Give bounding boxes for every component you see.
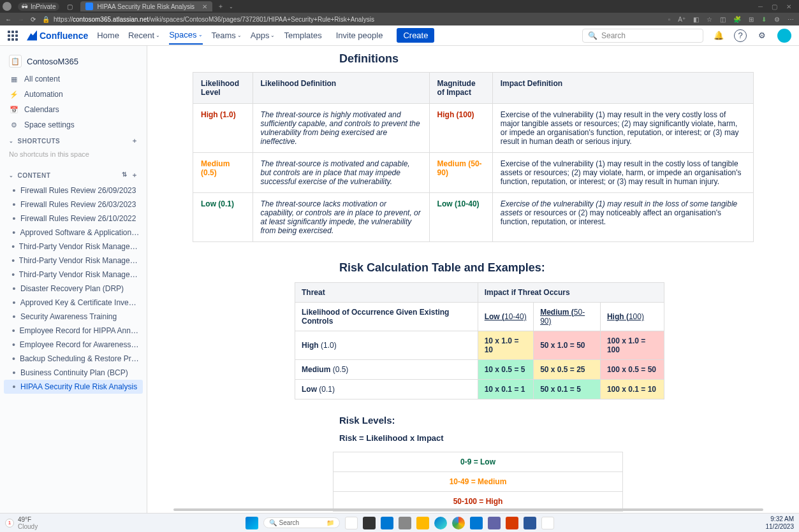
horizontal-scrollbar[interactable] <box>173 508 763 511</box>
tree-item-label: Employee Record for Awareness Training <box>20 340 140 349</box>
tree-item[interactable]: •Backup Scheduling & Restore Procedure <box>4 352 143 366</box>
taskbar-app-icon[interactable] <box>541 517 554 529</box>
table-row: High (1.0)10 x 1.0 = 1050 x 1.0 = 50100 … <box>295 331 664 360</box>
add-page-icon[interactable]: ＋ <box>131 171 138 180</box>
bullet-icon: • <box>11 256 15 265</box>
sidebar-item[interactable]: 📅Calendars <box>4 102 143 117</box>
settings-icon[interactable]: ⚙ <box>756 29 768 42</box>
content-section[interactable]: ⌄CONTENT ⇅＋ <box>4 167 143 183</box>
taskbar-app-icon[interactable] <box>416 517 429 529</box>
sidebar-item-icon: 📅 <box>9 106 19 114</box>
more-icon[interactable]: ⋯ <box>788 16 794 23</box>
sidebar-item[interactable]: ▦All content <box>4 71 143 87</box>
tree-item-label: Third-Party Vendor Risk Management - 27/… <box>19 242 140 251</box>
bullet-icon: • <box>11 270 15 279</box>
tree-item[interactable]: •Third-Party Vendor Risk Management - 27… <box>4 268 143 282</box>
tree-item[interactable]: •Business Continuity Plan (BCP) <box>4 366 143 380</box>
tree-item[interactable]: •Third-Party Vendor Risk Management - 27… <box>4 240 143 254</box>
user-avatar[interactable] <box>777 29 791 43</box>
maximize-icon[interactable]: ▢ <box>772 3 777 10</box>
bullet-icon: • <box>11 200 17 209</box>
space-name-label: ContosoM365 <box>27 57 78 66</box>
definitions-heading: Definitions <box>339 52 754 66</box>
sidebar-toggle-icon[interactable]: ◧ <box>693 16 699 23</box>
favorite-icon[interactable]: ☆ <box>707 16 712 23</box>
risk-levels-heading: Risk Levels: <box>339 415 754 426</box>
edge-icon[interactable] <box>434 517 447 529</box>
taskbar-app-icon[interactable] <box>363 517 376 529</box>
sidebar-item[interactable]: ⚙Space settings <box>4 117 143 133</box>
weather-widget[interactable]: 1 49°FCloudy <box>5 516 38 530</box>
extensions-icon[interactable]: 🧩 <box>733 16 741 23</box>
tree-item[interactable]: •Employee Record for Awareness Training <box>4 338 143 352</box>
nav-teams[interactable]: Teams⌄ <box>212 27 242 44</box>
likelihood-def: The threat-source is motivated and capab… <box>253 153 429 193</box>
minimize-icon[interactable]: ─ <box>758 3 763 10</box>
tree-item[interactable]: •Approved Software & Applications List <box>4 226 143 240</box>
notifications-icon[interactable]: 🔔 <box>712 29 725 42</box>
close-tab-icon[interactable]: ✕ <box>202 3 207 10</box>
nav-templates[interactable]: Templates <box>284 27 321 44</box>
address-bar[interactable]: 🔒 https://contosom365.atlassian.net/wiki… <box>42 16 662 23</box>
downloads-icon[interactable]: ⬇ <box>761 16 766 23</box>
start-icon[interactable] <box>246 517 258 529</box>
system-tray[interactable]: 9:32 AM 11/2/2023 <box>766 515 795 531</box>
add-shortcut-icon[interactable]: ＋ <box>131 136 138 145</box>
tree-item[interactable]: •Security Awareness Training <box>4 310 143 324</box>
performance-icon[interactable]: ⚙ <box>774 16 780 23</box>
new-tab-button[interactable]: ＋ <box>217 2 224 11</box>
tree-item[interactable]: •Disaster Recovery Plan (DRP) <box>4 282 143 296</box>
space-header[interactable]: 📋 ContosoM365 <box>4 51 143 71</box>
tree-item[interactable]: •Firewall Rules Review 26/09/2023 <box>4 183 143 198</box>
taskbar-search[interactable]: 🔍Search📁 <box>263 517 340 528</box>
tree-item[interactable]: •Firewall Rules Review 26/10/2022 <box>4 212 143 226</box>
search-input[interactable]: 🔍Search <box>582 29 703 43</box>
shortcuts-empty: No shortcuts in this space <box>4 149 143 159</box>
taskbar-app-icon[interactable] <box>399 517 411 529</box>
refresh-icon[interactable]: ⟳ <box>31 16 36 23</box>
close-window-icon[interactable]: ✕ <box>786 3 791 10</box>
confluence-logo[interactable]: Confluence <box>27 31 88 41</box>
sidebar-item[interactable]: ⚡Automation <box>4 87 143 102</box>
collections-icon[interactable]: ⊞ <box>749 16 754 23</box>
tab-overflow-icon[interactable]: ⌄ <box>229 4 233 10</box>
temperature: 49°F <box>18 516 38 523</box>
risk-level-cell: 0-9 = Low <box>334 452 623 472</box>
nav-apps[interactable]: Apps⌄ <box>251 27 275 44</box>
tree-item[interactable]: •Approved Key & Certificate Inventory <box>4 296 143 310</box>
clock-time: 9:32 AM <box>770 515 794 523</box>
shortcuts-section[interactable]: ⌄SHORTCUTS ＋ <box>4 133 143 149</box>
nav-spaces[interactable]: Spaces⌄ <box>169 26 202 45</box>
calc-cell: 10 x 0.1 = 1 <box>478 380 533 399</box>
app-switcher-icon[interactable] <box>8 31 18 41</box>
tree-item[interactable]: •Firewall Rules Review 26/03/2023 <box>4 198 143 212</box>
search-icon: 🔍 <box>588 31 597 40</box>
taskbar-app-icon[interactable] <box>381 517 393 529</box>
taskbar-app-icon[interactable] <box>470 517 483 529</box>
back-icon[interactable]: ← <box>5 16 11 23</box>
filter-icon[interactable]: ⇅ <box>122 171 128 180</box>
tree-item[interactable]: •Third-Party Vendor Risk Management - 27… <box>4 254 143 268</box>
calc-col-hdr: High (100) <box>600 303 664 331</box>
tree-item[interactable]: •HIPAA Security Rule Risk Analysis <box>4 380 143 394</box>
risk-levels-table: 0-9 = Low10-49 = Medium50-100 = High <box>333 452 623 512</box>
split-icon[interactable]: ◫ <box>720 16 726 23</box>
toolbar-icon[interactable]: ▫ <box>668 16 671 23</box>
teams-icon[interactable] <box>488 517 501 529</box>
invite-people-button[interactable]: Invite people <box>331 28 388 43</box>
word-icon[interactable] <box>524 517 536 529</box>
browser-tab[interactable]: HIPAA Security Rule Risk Analysis ✕ <box>80 1 212 11</box>
create-button[interactable]: Create <box>397 28 434 43</box>
impact-def: Exercise of the vulnerability (1) may re… <box>492 193 753 242</box>
profile-avatar-icon[interactable] <box>3 2 11 11</box>
tree-item[interactable]: •Employee Record for HIPPA Annual Traini… <box>4 324 143 338</box>
lock-icon[interactable]: 🔒 <box>42 16 50 23</box>
read-aloud-icon[interactable]: A⁺ <box>678 16 685 23</box>
nav-recent[interactable]: Recent⌄ <box>128 27 160 44</box>
taskbar-app-icon[interactable] <box>506 517 518 529</box>
nav-home[interactable]: Home <box>97 27 119 44</box>
taskbar-app-icon[interactable] <box>345 517 358 529</box>
tab-actions-icon[interactable]: ▢ <box>67 3 73 10</box>
chrome-icon[interactable] <box>452 517 465 529</box>
help-icon[interactable]: ? <box>734 29 747 42</box>
